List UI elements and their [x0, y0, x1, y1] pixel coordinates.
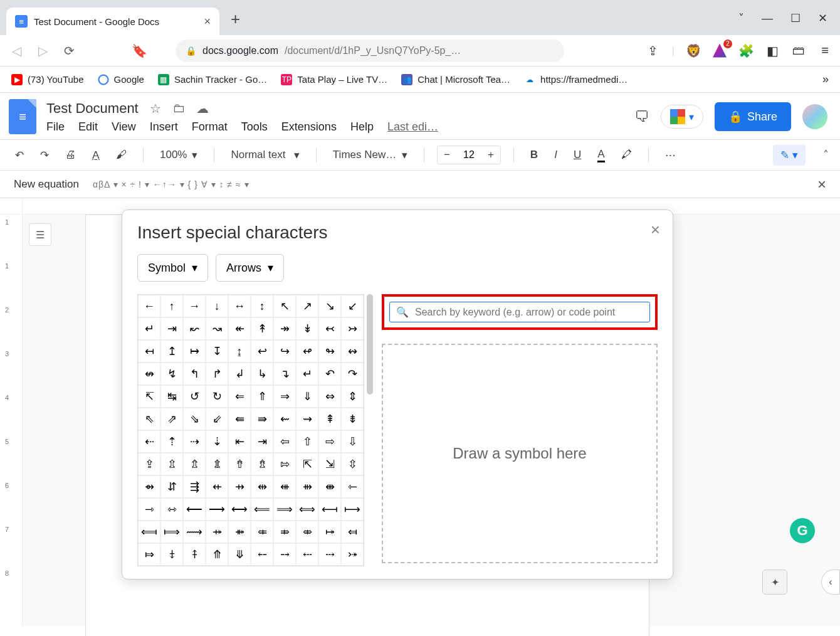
- char-cell[interactable]: ⇨: [318, 430, 341, 453]
- char-cell[interactable]: ⇕: [341, 385, 364, 408]
- char-cell[interactable]: ↓: [206, 295, 228, 317]
- editing-mode-button[interactable]: ✎ ▾: [773, 145, 806, 166]
- char-cell[interactable]: ⇡: [160, 430, 183, 453]
- meet-button[interactable]: ▾: [661, 105, 703, 129]
- last-edit-link[interactable]: Last edi…: [387, 120, 438, 134]
- char-cell[interactable]: ↑: [160, 295, 183, 317]
- cloud-status-icon[interactable]: ☁: [196, 101, 209, 116]
- char-cell[interactable]: ↮: [138, 363, 160, 385]
- search-input[interactable]: [415, 307, 643, 318]
- char-cell[interactable]: ⟻: [318, 498, 341, 521]
- char-cell[interactable]: ↭: [341, 340, 364, 363]
- char-cell[interactable]: ↫: [296, 340, 318, 363]
- char-cell[interactable]: ↘: [318, 295, 341, 317]
- char-cell[interactable]: ⇶: [183, 475, 206, 498]
- nav-forward-icon[interactable]: ▷: [34, 42, 51, 60]
- char-cell[interactable]: ⟺: [296, 498, 318, 521]
- paint-format-icon[interactable]: 🖌: [112, 146, 130, 164]
- char-cell[interactable]: ⇱: [296, 453, 318, 475]
- char-cell[interactable]: ⇢: [183, 430, 206, 453]
- char-cell[interactable]: ↥: [160, 340, 183, 363]
- menu-view[interactable]: View: [112, 120, 136, 134]
- char-cell[interactable]: ↬: [318, 340, 341, 363]
- bookmark-page-icon[interactable]: 🔖: [130, 42, 148, 60]
- bold-button[interactable]: B: [527, 146, 542, 164]
- char-cell[interactable]: ⇙: [206, 408, 228, 430]
- grid-scrollbar[interactable]: [367, 294, 373, 395]
- char-cell[interactable]: ⇽: [341, 475, 364, 498]
- redo-icon[interactable]: ↷: [36, 146, 53, 164]
- char-cell[interactable]: ⇓: [296, 385, 318, 408]
- zoom-select[interactable]: 100% ▾: [156, 146, 201, 164]
- share-button[interactable]: 🔒Share: [715, 102, 791, 131]
- char-cell[interactable]: ⇰: [273, 453, 296, 475]
- extension-icon[interactable]: 2: [712, 43, 727, 58]
- char-cell[interactable]: ⟹: [273, 498, 296, 521]
- char-cell[interactable]: ↵: [296, 363, 318, 385]
- char-cell[interactable]: ⇛: [251, 408, 273, 430]
- collapse-toolbar-icon[interactable]: ˄: [823, 148, 829, 162]
- browser-tab-active[interactable]: Test Document - Google Docs ×: [6, 8, 219, 35]
- char-cell[interactable]: ⇳: [341, 453, 364, 475]
- char-cell[interactable]: ⤇: [138, 543, 160, 566]
- char-cell[interactable]: ↣: [341, 317, 364, 340]
- char-cell[interactable]: ⤈: [160, 543, 183, 566]
- browser-menu-icon[interactable]: ≡: [817, 43, 832, 58]
- char-cell[interactable]: ⇠: [138, 430, 160, 453]
- print-icon[interactable]: 🖨: [61, 146, 80, 164]
- char-cell[interactable]: ⤌: [251, 543, 273, 566]
- char-cell[interactable]: ⇩: [341, 430, 364, 453]
- char-cell[interactable]: ⇴: [138, 475, 160, 498]
- account-avatar[interactable]: [802, 104, 827, 129]
- char-cell[interactable]: ⇧: [296, 430, 318, 453]
- char-cell[interactable]: ⇥: [160, 317, 183, 340]
- brave-shields-icon[interactable]: 🦁: [686, 43, 701, 58]
- menu-insert[interactable]: Insert: [150, 120, 178, 134]
- wallet-icon[interactable]: 🗃: [791, 43, 806, 58]
- char-cell[interactable]: ⟶: [206, 498, 228, 521]
- more-toolbar-icon[interactable]: ⋯: [661, 146, 680, 164]
- share-page-icon[interactable]: ⇪: [646, 43, 661, 58]
- bookmark-tataplay[interactable]: TPTata Play – Live TV…: [281, 74, 387, 85]
- bookmark-sheet[interactable]: ▦Sachin Tracker - Go…: [158, 74, 267, 85]
- equation-symbol-menus[interactable]: αβΔ ▾ × ÷ ! ▾ ←↑→ ▾ { } ∀ ▾ ↕ ≠ ≈ ▾: [93, 179, 249, 189]
- char-cell[interactable]: ↳: [251, 363, 273, 385]
- char-cell[interactable]: ⤎: [296, 543, 318, 566]
- char-cell[interactable]: →: [183, 295, 206, 317]
- bookmark-onedrive[interactable]: ☁https://framedmedi…: [524, 74, 627, 85]
- char-cell[interactable]: ⇵: [160, 475, 183, 498]
- char-cell[interactable]: ⤏: [318, 543, 341, 566]
- char-cell[interactable]: ↯: [160, 363, 183, 385]
- char-cell[interactable]: ↙: [341, 295, 364, 317]
- char-cell[interactable]: ⇞: [318, 408, 341, 430]
- char-cell[interactable]: ↖: [273, 295, 296, 317]
- char-cell[interactable]: ↠: [273, 317, 296, 340]
- char-cell[interactable]: ⤂: [251, 521, 273, 543]
- char-cell[interactable]: ↹: [160, 385, 183, 408]
- document-title[interactable]: Test Document: [46, 100, 139, 117]
- char-cell[interactable]: ↪: [273, 340, 296, 363]
- char-cell[interactable]: ⇫: [160, 453, 183, 475]
- char-cell[interactable]: ↵: [138, 317, 160, 340]
- char-cell[interactable]: ⟾: [160, 521, 183, 543]
- char-cell[interactable]: ↶: [318, 363, 341, 385]
- char-cell[interactable]: ⇷: [206, 475, 228, 498]
- char-cell[interactable]: ⇬: [183, 453, 206, 475]
- nav-back-icon[interactable]: ◁: [8, 42, 25, 60]
- char-cell[interactable]: ⇺: [273, 475, 296, 498]
- char-cell[interactable]: ↤: [138, 340, 160, 363]
- char-cell[interactable]: ⤃: [273, 521, 296, 543]
- char-cell[interactable]: ↞: [228, 317, 251, 340]
- category-select-arrows[interactable]: Arrows ▾: [216, 254, 284, 282]
- char-cell[interactable]: ↔: [228, 295, 251, 317]
- char-cell[interactable]: ⟵: [183, 498, 206, 521]
- char-cell[interactable]: ⇗: [160, 408, 183, 430]
- close-window-icon[interactable]: ✕: [818, 11, 827, 25]
- omnibox[interactable]: 🔒 docs.google.com/document/d/1hP_y_UsnQ7…: [176, 40, 564, 62]
- char-cell[interactable]: ⇾: [138, 498, 160, 521]
- char-cell[interactable]: ←: [138, 295, 160, 317]
- bookmark-teams[interactable]: 👥Chat | Microsoft Tea…: [401, 74, 510, 85]
- char-cell[interactable]: ⇿: [160, 498, 183, 521]
- vertical-ruler[interactable]: 1 1 2 3 4 5 6 7 8: [0, 215, 23, 626]
- highlight-button[interactable]: 🖍: [617, 146, 636, 164]
